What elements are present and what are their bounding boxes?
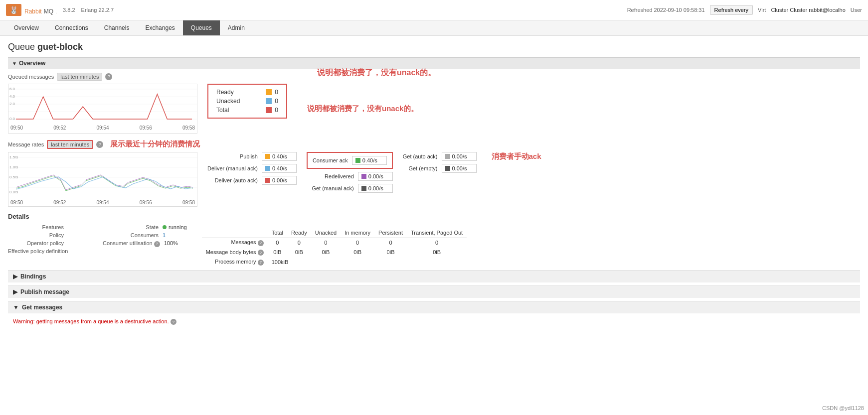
message-rates-section: Message rates last ten minutes ? 展示最近十分钟… [8, 139, 860, 207]
nav-exchanges[interactable]: Exchanges [137, 20, 182, 35]
overview-label: Overview [19, 60, 45, 67]
top-bar: 🐰 RabbitMQ. 3.8.2 Erlang 22.2.7 Refreshe… [0, 0, 868, 20]
stats-table: Total Ready Unacked In memory Persistent… [202, 228, 467, 267]
rate-deliver-auto-box: 0.00/s [262, 176, 297, 185]
bindings-section: ▶ Bindings [8, 270, 860, 282]
get-auto-ack-color [445, 154, 450, 159]
detail-features: Features [8, 224, 88, 230]
overview-content: 说明都被消费了，没有unack的。 Queued messages last t… [8, 73, 860, 267]
timeframe-badge[interactable]: last ten minutes [57, 73, 102, 81]
process-memory-help[interactable]: ? [258, 260, 264, 266]
annotation-3: 消费者手动ack [492, 152, 541, 161]
logo-box: 🐰 [6, 4, 21, 16]
publish-message-arrow: ▶ [13, 288, 17, 295]
get-manual-color [361, 186, 366, 191]
details-heading: Details [8, 213, 860, 220]
queued-help[interactable]: ? [105, 73, 112, 80]
col-ready: Ready [287, 228, 311, 238]
get-messages-section: ▼ Get messages Warning: getting messages… [8, 301, 860, 333]
svg-text:6.0: 6.0 [9, 87, 15, 91]
consumer-ack-color [355, 158, 360, 163]
nav-bar: Overview Connections Channels Exchanges … [0, 20, 868, 36]
redelivered-color [361, 174, 366, 179]
detail-effective-policy: Effective policy definition [8, 248, 88, 254]
version-info: 3.8.2 Erlang 22.2.7 [63, 7, 114, 13]
nav-queues[interactable]: Queues [183, 20, 220, 35]
queued-messages-section: Queued messages last ten minutes ? 6.0 [8, 73, 860, 134]
get-messages-arrow: ▼ [13, 304, 19, 311]
col-in-memory: In memory [341, 228, 374, 238]
deliver-auto-color [265, 178, 270, 183]
rates-col-2: Consumer ack 0.40/s Redelivered 0.00/s [307, 152, 393, 193]
nav-connections[interactable]: Connections [47, 20, 96, 35]
get-messages-label: Get messages [22, 304, 62, 311]
message-rates-label: Message rates last ten minutes ? 展示最近十分钟… [8, 139, 860, 149]
annotation-2: 展示最近十分钟的消费情况 [110, 139, 200, 149]
legend-unacked: Unacked 0 [216, 98, 278, 105]
chart-x-axis: 09:5009:5209:5409:5609:58 [8, 124, 197, 132]
svg-text:4.0: 4.0 [9, 94, 15, 99]
rates-help[interactable]: ? [96, 141, 103, 148]
virt-info: Virt [758, 7, 766, 13]
erlang-label: Erlang 22.2.7 [81, 7, 114, 13]
rate-deliver-manual: Deliver (manual ack) 0.40/s [207, 164, 297, 173]
rate-get-manual-box: 0.00/s [358, 184, 393, 193]
total-color-square [266, 107, 272, 113]
col-total: Total [268, 228, 287, 238]
queued-messages-label: Queued messages last ten minutes ? [8, 73, 860, 81]
body-bytes-help[interactable]: ? [258, 250, 264, 256]
get-empty-color [445, 166, 450, 171]
get-messages-help[interactable]: ? [171, 319, 176, 325]
bindings-header[interactable]: ▶ Bindings [8, 271, 860, 282]
refresh-button[interactable]: Refresh every [710, 5, 753, 15]
top-right: Refreshed 2022-09-10 09:58:31 Refresh ev… [627, 5, 862, 15]
legend-total: Total 0 [216, 107, 278, 114]
stats-row-body-bytes: Message body bytes ? 0iB 0iB 0iB 0iB 0iB… [202, 248, 467, 258]
rates-col-3: Get (auto ack) 0.00/s Get (empty) 0.00/s [403, 152, 477, 193]
get-messages-warning: Warning: getting messages from a queue i… [13, 318, 855, 325]
col-persistent: Persistent [374, 228, 407, 238]
refreshed-text: Refreshed 2022-09-10 09:58:31 [627, 7, 705, 13]
detail-operator-policy: Operator policy [8, 240, 88, 246]
overview-section-header[interactable]: ▼ Overview [8, 57, 860, 69]
queued-chart-svg: 6.0 4.0 2.0 0.0 [8, 84, 197, 124]
rates-grid: 1.5/s 1.0/s 0.5/s 0.0/s 09:5009:5209:540… [8, 152, 860, 207]
rate-deliver-manual-box: 0.40/s [262, 164, 297, 173]
nav-overview[interactable]: Overview [6, 20, 47, 35]
publish-message-header[interactable]: ▶ Publish message [8, 286, 860, 298]
rate-get-empty-box: 0.00/s [442, 164, 477, 173]
overview-arrow: ▼ [12, 61, 17, 66]
details-section: Details Features Policy Operator policy [8, 213, 860, 267]
messages-help[interactable]: ? [258, 240, 264, 246]
col-unacked: Unacked [311, 228, 341, 238]
page: Queue guet-block ▼ Overview 说明都被消费了，没有un… [0, 36, 868, 339]
publish-message-label: Publish message [20, 288, 69, 295]
publish-color [265, 154, 270, 159]
nav-channels[interactable]: Channels [96, 20, 138, 35]
consumer-utilisation-help[interactable]: ? [154, 241, 160, 247]
cluster-info: Cluster Cluster rabbit@localho [771, 7, 845, 13]
ready-color-square [266, 89, 272, 95]
svg-text:2.0: 2.0 [9, 102, 15, 106]
rates-chart: 1.5/s 1.0/s 0.5/s 0.0/s 09:5009:5209:540… [8, 152, 197, 207]
legend-ready: Ready 0 [216, 89, 278, 96]
detail-policy: Policy [8, 232, 88, 238]
rates-table: Publish 0.40/s Deliver (manual ack) 0.40… [207, 152, 541, 193]
details-left-col: Features Policy Operator policy Effectiv… [8, 224, 88, 267]
detail-consumers: Consumers 1 [103, 232, 187, 238]
svg-text:0.0/s: 0.0/s [9, 190, 18, 194]
version-label: 3.8.2 [63, 7, 75, 13]
unacked-color-square [266, 98, 272, 104]
state-value: running [163, 224, 187, 230]
rate-consumer-ack: Consumer ack 0.40/s [307, 152, 393, 169]
rates-timeframe-badge[interactable]: last ten minutes [47, 140, 93, 149]
user-info: User [851, 7, 862, 13]
stats-row-process-memory: Process memory ? 100kiB [202, 257, 467, 267]
details-right-col: Total Ready Unacked In memory Persistent… [202, 224, 860, 267]
nav-admin[interactable]: Admin [220, 20, 253, 35]
get-messages-header[interactable]: ▼ Get messages [8, 301, 860, 313]
bindings-arrow: ▶ [13, 273, 17, 280]
rate-deliver-auto: Deliver (auto ack) 0.00/s [207, 176, 297, 185]
rates-col-1: Publish 0.40/s Deliver (manual ack) 0.40… [207, 152, 297, 193]
rate-get-empty: Get (empty) 0.00/s [403, 164, 477, 173]
